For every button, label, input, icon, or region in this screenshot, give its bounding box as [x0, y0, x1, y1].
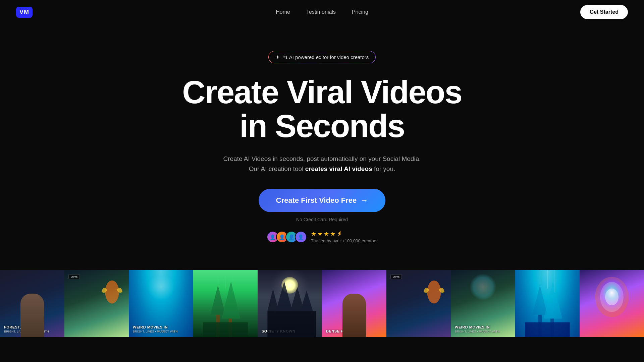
chip-label: Luma [68, 274, 80, 279]
hero-title: Create Viral Videos in Seconds [182, 75, 462, 143]
video-card[interactable]: SOCIETY KNOWN [258, 270, 322, 337]
video-card[interactable]: FOREST, BRIGHT. LIVES • PARROT WITH [0, 270, 64, 337]
get-started-button[interactable]: Get Started [580, 5, 628, 19]
forest-illustration [515, 270, 580, 337]
video-card[interactable] [193, 270, 258, 337]
badge-text: #1 AI powered editor for video creators [282, 54, 369, 60]
hero-title-line2: in Seconds [239, 108, 405, 144]
avatars: 👤 👤 👤 👤 [267, 231, 307, 243]
nav-links: Home Testimonials Pricing [276, 9, 368, 15]
swirl-decoration [148, 274, 174, 300]
video-card[interactable]: DENSE FOREST, [322, 270, 386, 337]
social-text: ★ ★ ★ ★ ⯨ Trusted by over +100,000 creat… [311, 230, 378, 243]
swirl-decoration [470, 274, 496, 300]
video-card[interactable]: WEIRD MOVIES IN BRIGHT. LIVES • PARROT W… [129, 270, 193, 337]
svg-rect-7 [203, 322, 248, 337]
avatar: 👤 [295, 231, 307, 243]
trust-text: Trusted by over +100,000 creators [311, 238, 378, 243]
social-proof: 👤 👤 👤 👤 ★ ★ ★ ★ ⯨ Trusted by over +100,0… [267, 230, 378, 243]
video-card[interactable] [580, 270, 644, 337]
video-label: WEIRD MOVIES IN [455, 325, 511, 329]
navbar: VM Home Testimonials Pricing Get Started [0, 0, 644, 24]
video-sublabel: BRIGHT. LIVES • PARROT WITH [455, 330, 511, 333]
video-card[interactable]: Luma [386, 270, 451, 337]
cta-label: Create First Video Free [276, 196, 357, 205]
star-rating: ★ ★ ★ ★ ⯨ [311, 230, 342, 238]
subtitle-bold: creates viral AI videos [305, 165, 372, 172]
video-card[interactable]: WEIRD MOVIES IN BRIGHT. LIVES • PARROT W… [451, 270, 515, 337]
star-2: ★ [317, 230, 323, 238]
hero-title-line1: Create Viral Videos [182, 74, 462, 110]
star-4: ★ [330, 230, 335, 238]
svg-point-0 [105, 281, 119, 304]
star-3: ★ [324, 230, 329, 238]
svg-rect-22 [525, 322, 570, 337]
hero-badge: ✦ #1 AI powered editor for video creator… [268, 51, 376, 63]
svg-marker-18 [533, 285, 547, 315]
star-5-half: ⯨ [336, 230, 342, 238]
video-card[interactable] [515, 270, 580, 337]
nav-testimonials[interactable]: Testimonials [306, 9, 336, 15]
svg-marker-19 [544, 282, 562, 319]
create-video-button[interactable]: Create First Video Free → [259, 189, 385, 212]
nav-home[interactable]: Home [276, 9, 290, 15]
svg-point-16 [427, 281, 441, 304]
video-strip: FOREST, BRIGHT. LIVES • PARROT WITH Luma… [0, 270, 644, 337]
video-label: WEIRD MOVIES IN [133, 325, 189, 329]
logo-text: VM [16, 7, 33, 18]
cta-arrow-icon: → [361, 196, 368, 205]
svg-rect-15 [267, 311, 316, 338]
nav-pricing[interactable]: Pricing [352, 9, 368, 15]
card-person-figure [20, 294, 44, 337]
chip-label: Luma [390, 274, 402, 279]
video-sublabel: BRIGHT. LIVES • PARROT WITH [133, 330, 189, 333]
no-credit-text: No Credit Card Required [296, 217, 348, 222]
svg-point-28 [605, 289, 619, 305]
forest-illustration [193, 270, 258, 337]
star-1: ★ [311, 230, 316, 238]
portal-swirl [580, 270, 644, 337]
forest-silhouette [258, 270, 322, 337]
badge-sparkle-icon: ✦ [275, 54, 280, 60]
logo[interactable]: VM [16, 7, 33, 18]
card-person-figure [342, 294, 366, 337]
parrot-illustration [100, 274, 124, 310]
hero-subtitle: Create AI Videos in seconds, post automa… [221, 154, 423, 174]
hero-section: ✦ #1 AI powered editor for video creator… [0, 24, 644, 263]
subtitle-normal-2: for you. [372, 165, 395, 172]
parrot-illustration [422, 274, 446, 310]
video-card[interactable]: Luma [64, 270, 129, 337]
